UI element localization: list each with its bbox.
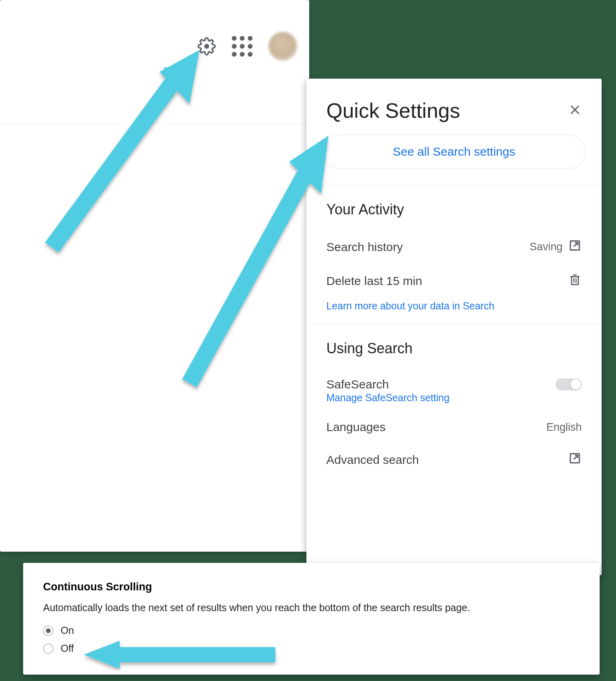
languages-row[interactable]: Languages English <box>326 412 582 443</box>
your-activity-heading: Your Activity <box>326 201 582 218</box>
radio-on-label: On <box>61 625 74 636</box>
radio-icon <box>43 626 53 636</box>
continuous-scrolling-description: Automatically loads the next set of resu… <box>43 602 580 614</box>
search-history-label: Search history <box>326 240 403 254</box>
search-history-row[interactable]: Search history Saving <box>326 230 582 264</box>
header-bar <box>0 0 309 124</box>
learn-more-link[interactable]: Learn more about your data in Search <box>326 298 582 312</box>
close-icon[interactable] <box>568 103 582 118</box>
radio-off[interactable]: Off <box>43 643 580 654</box>
external-link-icon <box>568 239 582 255</box>
safesearch-toggle[interactable] <box>555 378 582 390</box>
radio-icon <box>43 643 53 654</box>
languages-value: English <box>546 421 582 434</box>
advanced-search-row[interactable]: Advanced search <box>326 443 582 477</box>
manage-safesearch-link[interactable]: Manage SafeSearch setting <box>326 390 582 404</box>
header-card <box>0 0 309 552</box>
search-history-status: Saving <box>529 241 563 253</box>
quick-settings-title: Quick Settings <box>326 99 460 123</box>
svg-rect-4 <box>572 277 578 285</box>
languages-label: Languages <box>326 420 385 434</box>
apps-icon[interactable] <box>232 36 253 57</box>
see-all-settings-button[interactable]: See all Search settings <box>322 135 586 169</box>
quick-settings-panel: Quick Settings See all Search settings Y… <box>306 79 602 575</box>
delete-last-row[interactable]: Delete last 15 min <box>326 264 582 298</box>
safesearch-row[interactable]: SafeSearch <box>326 369 582 392</box>
advanced-search-label: Advanced search <box>326 453 419 467</box>
external-link-icon <box>568 451 582 468</box>
svg-point-0 <box>204 44 209 49</box>
continuous-scrolling-title: Continuous Scrolling <box>43 581 580 593</box>
trash-icon <box>568 273 582 289</box>
radio-off-label: Off <box>61 643 74 654</box>
delete-last-label: Delete last 15 min <box>326 274 422 288</box>
radio-on[interactable]: On <box>43 625 580 636</box>
avatar[interactable] <box>269 32 297 61</box>
continuous-scrolling-card: Continuous Scrolling Automatically loads… <box>23 563 600 675</box>
using-search-heading: Using Search <box>326 340 582 357</box>
gear-icon[interactable] <box>197 37 216 55</box>
safesearch-label: SafeSearch <box>326 378 389 391</box>
